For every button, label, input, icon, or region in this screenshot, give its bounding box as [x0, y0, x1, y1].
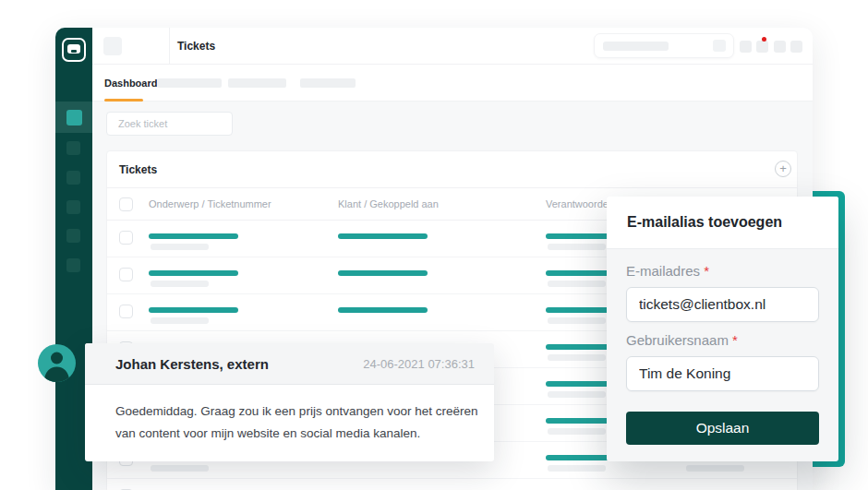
sidebar-item-3[interactable]	[66, 171, 80, 185]
tab-dashboard[interactable]: Dashboard	[104, 65, 157, 102]
column-header-onderwerp[interactable]: Onderwerp / Ticketnummer	[149, 188, 271, 221]
assignee-sub-skeleton-bar	[548, 317, 606, 324]
chat-author: Johan Kerstens, extern	[115, 356, 269, 372]
chat-message-text: Goedemiddag. Graag zou ik een prijs ontv…	[85, 385, 494, 445]
tab-skeleton-2[interactable]	[228, 78, 286, 88]
email-field[interactable]	[626, 287, 819, 322]
row-checkbox[interactable]	[119, 231, 133, 245]
client-skeleton-bar	[338, 307, 428, 313]
tabbar: Dashboard	[92, 65, 813, 102]
tab-skeleton-3[interactable]	[300, 78, 356, 88]
row-checkbox[interactable]	[119, 268, 133, 281]
status-sub-skeleton-bar	[686, 465, 744, 472]
sidebar-item-4[interactable]	[66, 200, 80, 214]
topbar-divider	[169, 28, 170, 65]
avatar	[38, 344, 76, 382]
subject-skeleton-bar	[149, 270, 238, 276]
sidebar-item-5[interactable]	[66, 229, 80, 243]
chat-timestamp: 24-06-2021 07:36:31	[363, 357, 475, 371]
modal-header: E-mailalias toevoegen	[607, 197, 838, 249]
sidebar-item-tickets-active[interactable]	[55, 102, 92, 133]
subject-skeleton-bar	[149, 233, 238, 239]
ticket-search-input[interactable]	[106, 112, 233, 136]
assignee-sub-skeleton-bar	[548, 391, 606, 398]
required-asterisk: *	[732, 332, 738, 348]
username-field-label: Gebruikersnaam *	[626, 332, 819, 348]
topbar-icon-4[interactable]	[790, 41, 802, 53]
active-tab-underline	[104, 99, 143, 102]
email-alias-modal: E-mailalias toevoegen E-mailadres * Gebr…	[607, 197, 838, 461]
app-logo-icon[interactable]	[62, 38, 86, 62]
row-checkbox[interactable]	[119, 305, 133, 318]
person-icon	[38, 344, 76, 382]
card-title-row: Tickets +	[107, 151, 797, 188]
tab-skeleton-1[interactable]	[157, 78, 222, 88]
chat-popup-header: Johan Kerstens, extern 24-06-2021 07:36:…	[85, 343, 494, 385]
email-field-label: E-mailadres *	[626, 263, 819, 279]
ticketnumber-skeleton-bar	[151, 465, 209, 472]
menu-placeholder-icon[interactable]	[103, 37, 122, 55]
client-skeleton-bar	[338, 270, 428, 276]
logo-box-icon	[67, 44, 80, 54]
notifications-icon[interactable]	[756, 41, 768, 53]
client-skeleton-bar	[338, 233, 428, 239]
card-title: Tickets	[119, 151, 157, 188]
assignee-sub-skeleton-bar	[548, 465, 606, 472]
modal-body: E-mailadres * Gebruikersnaam * Opslaan	[607, 263, 838, 445]
search-icon[interactable]	[713, 40, 726, 52]
select-all-checkbox[interactable]	[119, 197, 133, 211]
assignee-sub-skeleton-bar	[548, 428, 606, 435]
ticketnumber-skeleton-bar	[151, 281, 209, 287]
notification-dot	[762, 37, 766, 42]
topbar-icon-3[interactable]	[774, 41, 786, 53]
modal-title: E-mailalias toevoegen	[627, 214, 782, 231]
subject-skeleton-bar	[149, 307, 238, 313]
chat-message-popup: Johan Kerstens, extern 24-06-2021 07:36:…	[85, 343, 494, 461]
save-button[interactable]: Opslaan	[626, 412, 819, 445]
tickets-icon	[66, 110, 82, 125]
username-field[interactable]	[626, 356, 819, 391]
column-header-klant[interactable]: Klant / Gekoppeld aan	[338, 188, 439, 221]
ticketnumber-skeleton-bar	[151, 244, 209, 250]
assignee-sub-skeleton-bar	[548, 354, 606, 361]
search-placeholder-skeleton	[603, 42, 669, 51]
global-search-box[interactable]	[594, 33, 734, 58]
assignee-sub-skeleton-bar	[548, 244, 606, 250]
sidebar-item-6[interactable]	[66, 258, 80, 272]
ticketnumber-skeleton-bar	[151, 317, 209, 324]
topbar-icon-1[interactable]	[740, 41, 752, 53]
page-title: Tickets	[177, 28, 215, 65]
add-ticket-button[interactable]: +	[775, 161, 791, 177]
required-asterisk: *	[704, 263, 709, 279]
table-row[interactable]	[107, 479, 797, 490]
topbar: Tickets	[92, 28, 813, 65]
assignee-sub-skeleton-bar	[548, 281, 606, 287]
sidebar-item-2[interactable]	[66, 141, 80, 155]
